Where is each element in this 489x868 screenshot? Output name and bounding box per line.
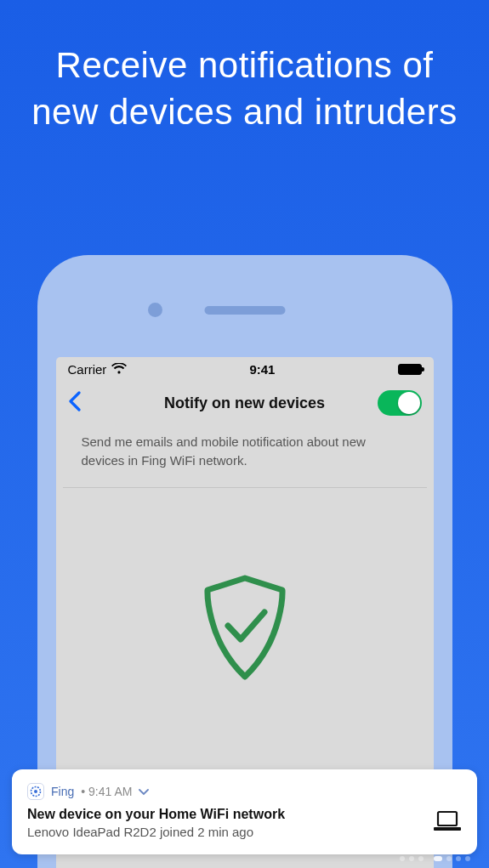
notification-app-name: Fing (51, 785, 74, 798)
notification-time: • 9:41 AM (81, 785, 132, 798)
laptop-icon (433, 810, 462, 836)
notification-subtitle: Lenovo IdeaPad R2D2 joined 2 min ago (27, 825, 285, 839)
back-button[interactable] (68, 390, 82, 416)
page-title: Notify on new devices (164, 394, 325, 412)
wifi-icon (111, 362, 127, 377)
shield-illustration (56, 573, 434, 684)
svg-rect-3 (434, 827, 461, 831)
status-time: 9:41 (249, 362, 275, 377)
marketing-headline: Receive notifications of new devices and… (0, 0, 489, 135)
phone-speaker (204, 306, 285, 315)
notify-toggle[interactable] (378, 390, 422, 416)
shield-check-icon (198, 573, 292, 684)
carrier-label: Carrier (68, 362, 107, 377)
status-bar: Carrier 9:41 (56, 357, 434, 382)
phone-camera-dot (148, 303, 162, 317)
battery-icon (398, 364, 422, 375)
notification-title: New device on your Home WiFi network (27, 807, 285, 822)
toggle-knob (398, 392, 420, 414)
svg-rect-2 (438, 812, 457, 825)
fing-app-icon (27, 783, 44, 800)
notification-header: Fing • 9:41 AM (27, 783, 462, 800)
settings-description: Send me emails and mobile notification a… (63, 428, 427, 488)
chevron-down-icon (139, 784, 149, 799)
marketing-background: Receive notifications of new devices and… (0, 0, 489, 868)
nav-bar: Notify on new devices (56, 382, 434, 428)
notification-card[interactable]: Fing • 9:41 AM New device on your Home W… (12, 769, 477, 854)
svg-point-1 (34, 790, 37, 793)
pager-indicator (400, 856, 470, 861)
